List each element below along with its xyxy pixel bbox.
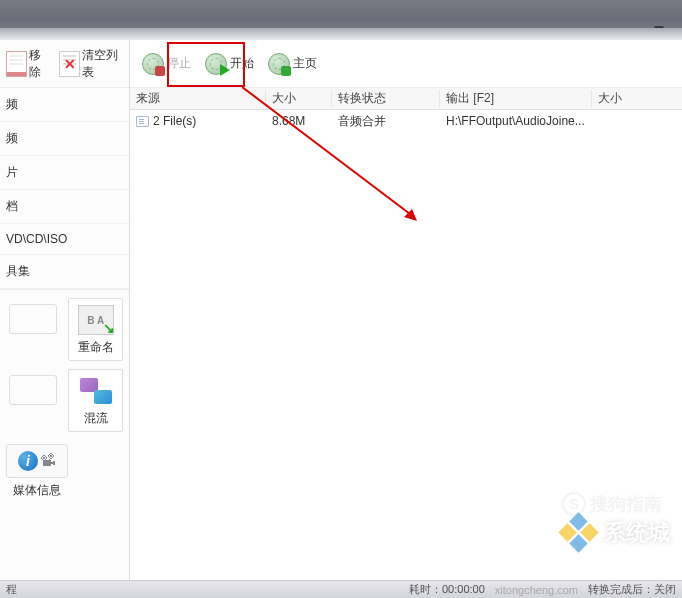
tool-placeholder-2[interactable] — [6, 369, 60, 432]
sidebar-cat-doc[interactable]: 档 — [0, 190, 129, 224]
col-size2[interactable]: 大小 — [592, 90, 682, 107]
remove-button[interactable]: 移除 — [4, 45, 53, 83]
rename-icon: B A — [78, 305, 114, 335]
clear-icon: ✕ — [59, 51, 80, 77]
col-output[interactable]: 输出 [F2] — [440, 90, 592, 107]
cell-size: 8.68M — [266, 114, 332, 128]
tool-rename-label: 重命名 — [78, 339, 114, 356]
tool-rename[interactable]: B A 重命名 — [68, 298, 123, 361]
cell-source: 2 File(s) — [130, 114, 266, 128]
sidebar-toolbar: 移除 ✕ 清空列表 — [0, 40, 129, 88]
sidebar: 移除 ✕ 清空列表 频 频 片 档 VD\CD\ISO 具集 B A 重命名 — [0, 40, 130, 580]
status-left: 程 — [6, 582, 17, 597]
start-label: 开始 — [230, 55, 254, 72]
sidebar-cat-audio[interactable]: 频 — [0, 122, 129, 156]
cell-status: 音频合并 — [332, 113, 440, 130]
clear-list-button[interactable]: ✕ 清空列表 — [57, 45, 129, 83]
sidebar-cat-video[interactable]: 频 — [0, 88, 129, 122]
status-after[interactable]: 转换完成后：关闭 — [588, 582, 676, 597]
info-icon-wrap: i 📽 — [6, 444, 68, 478]
tool-placeholder[interactable] — [6, 298, 60, 361]
col-status[interactable]: 转换状态 — [332, 90, 440, 107]
tool-mix-label: 混流 — [84, 410, 108, 427]
remove-label: 移除 — [29, 47, 51, 81]
content-toolbar: 停止 开始 主页 — [130, 40, 682, 88]
placeholder-icon-2 — [9, 375, 57, 405]
home-label: 主页 — [293, 55, 317, 72]
tool-grid: B A 重命名 混流 — [0, 290, 129, 440]
table-header: 来源 大小 转换状态 输出 [F2] 大小 — [130, 88, 682, 110]
clear-label: 清空列表 — [82, 47, 127, 81]
tool-media-info[interactable]: i 📽 媒体信息 — [6, 444, 68, 499]
sidebar-cat-dvd[interactable]: VD\CD\ISO — [0, 224, 129, 255]
file-icon — [136, 116, 149, 127]
tool-mix[interactable]: 混流 — [68, 369, 123, 432]
sidebar-cat-toolset[interactable]: 具集 — [0, 255, 129, 289]
cell-output: H:\FFOutput\AudioJoine... — [440, 114, 592, 128]
play-icon — [205, 53, 227, 75]
placeholder-icon — [9, 304, 57, 334]
watermark-sogou: S 搜狗指南 — [562, 492, 662, 516]
col-source[interactable]: 来源 — [130, 90, 266, 107]
table-row[interactable]: 2 File(s) 8.68M 音频合并 H:\FFOutput\AudioJo… — [130, 110, 682, 132]
tool-info-label: 媒体信息 — [13, 482, 61, 499]
minimize-button[interactable]: – — [654, 16, 664, 37]
mix-icon — [78, 376, 114, 406]
status-elapsed: 耗时：00:00:00 — [409, 582, 485, 597]
camera-icon: 📽 — [40, 452, 56, 470]
remove-icon — [6, 51, 27, 77]
stop-button[interactable]: 停止 — [138, 51, 195, 77]
stop-icon — [142, 53, 164, 75]
content-area: 停止 开始 主页 来源 大小 转换状态 输出 [F2] 大小 2 File(s)… — [130, 40, 682, 580]
home-button[interactable]: 主页 — [264, 51, 321, 77]
sidebar-cat-image[interactable]: 片 — [0, 156, 129, 190]
home-icon — [268, 53, 290, 75]
status-wm-faint: xitongcheng.com — [495, 584, 578, 596]
status-bar: 程 耗时：00:00:00 xitongcheng.com 转换完成后：关闭 — [0, 580, 682, 598]
watermark-xtc: 系统城 — [560, 514, 670, 552]
main-area: 移除 ✕ 清空列表 频 频 片 档 VD\CD\ISO 具集 B A 重命名 — [0, 40, 682, 580]
info-icon: i — [18, 451, 38, 471]
start-button[interactable]: 开始 — [201, 51, 258, 77]
col-size[interactable]: 大小 — [266, 90, 332, 107]
title-bar: – — [0, 0, 682, 40]
stop-label: 停止 — [167, 55, 191, 72]
sidebar-categories: 频 频 片 档 VD\CD\ISO 具集 — [0, 88, 129, 290]
